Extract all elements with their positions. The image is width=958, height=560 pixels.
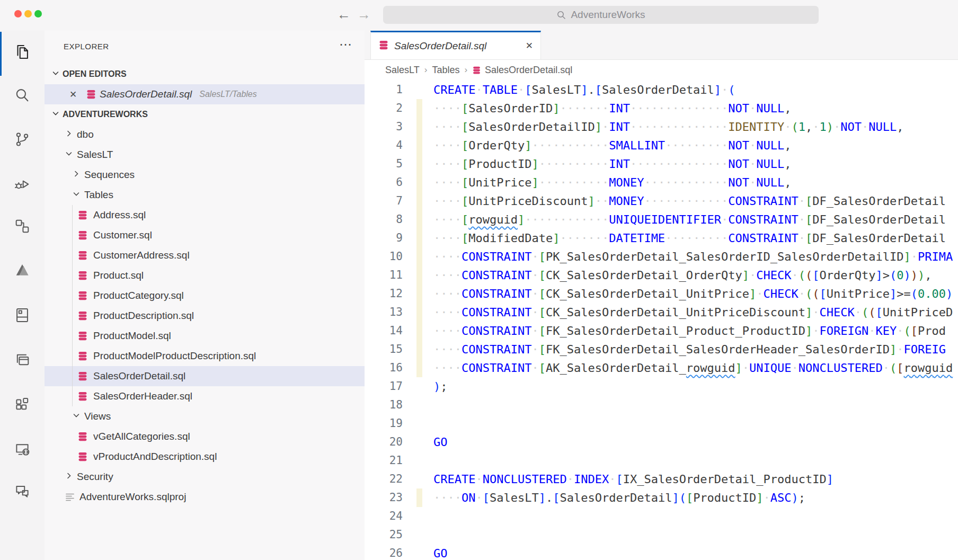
chevron-down-icon <box>72 190 81 200</box>
code-line-4[interactable]: 4····[OrderQty]···········SMALLINT······… <box>365 136 958 155</box>
search-icon[interactable] <box>13 86 31 104</box>
tree-item-adventureworks-sqlproj[interactable]: AdventureWorks.sqlproj <box>45 487 365 507</box>
more-actions-button[interactable]: ⋯ <box>339 37 353 52</box>
line-number: 13 <box>365 303 403 322</box>
code-line-1[interactable]: 1CREATE·TABLE·[SalesLT].[SalesOrderDetai… <box>365 81 958 99</box>
tab-salesorderdetail[interactable]: SalesOrderDetail.sql ✕ <box>370 31 541 59</box>
database-icon <box>77 391 88 402</box>
tree-item-dbo[interactable]: dbo <box>45 125 365 145</box>
line-number: 8 <box>365 210 403 229</box>
line-number: 4 <box>365 136 403 155</box>
tree-item-tables[interactable]: Tables <box>45 185 365 205</box>
code-line-16[interactable]: 16····CONSTRAINT·[AK_SalesOrderDetail_ro… <box>365 359 958 377</box>
code-line-26[interactable]: 26GO <box>365 544 958 560</box>
section-open-editors[interactable]: OPEN EDITORS <box>45 64 365 84</box>
tree-item-vgetallcategories-sql[interactable]: vGetAllCategories.sql <box>45 426 365 447</box>
command-center-search[interactable]: AdventureWorks <box>383 6 819 24</box>
code-line-20[interactable]: 20GO <box>365 433 958 451</box>
code-line-13[interactable]: 13····CONSTRAINT·[CK_SalesOrderDetail_Un… <box>365 303 958 322</box>
code-line-15[interactable]: 15····CONSTRAINT·[FK_SalesOrderDetail_Sa… <box>365 340 958 359</box>
tree-item-views[interactable]: Views <box>45 406 365 426</box>
comments-icon[interactable] <box>13 483 31 501</box>
database-icon <box>77 331 88 341</box>
tree-item-product-sql[interactable]: Product.sql <box>45 265 365 286</box>
line-number: 25 <box>365 526 403 544</box>
code-line-12[interactable]: 12····CONSTRAINT·[CK_SalesOrderDetail_Un… <box>365 285 958 303</box>
minimize-window-button[interactable] <box>24 10 32 17</box>
tree-item-productmodelproductdescription-sql[interactable]: ProductModelProductDescription.sql <box>45 346 365 366</box>
extensions-icon[interactable] <box>13 395 31 413</box>
line-number: 19 <box>365 414 403 433</box>
code-line-2[interactable]: 2····[SalesOrderID]·······INT···········… <box>365 99 958 118</box>
tree-item-customeraddress-sql[interactable]: CustomerAddress.sql <box>45 245 365 265</box>
code-line-10[interactable]: 10····CONSTRAINT·[PK_SalesOrderDetail_Sa… <box>365 247 958 266</box>
code-line-19[interactable]: 19 <box>365 414 958 433</box>
code-line-25[interactable]: 25 <box>365 526 958 544</box>
connections-icon[interactable] <box>13 217 31 235</box>
open-editor-path: SalesLT/Tables <box>199 90 257 99</box>
database-projects-icon[interactable] <box>13 306 31 324</box>
breadcrumb-item-saleslt[interactable]: SalesLT <box>385 65 420 76</box>
line-number: 26 <box>365 544 403 560</box>
source-control-icon[interactable] <box>13 130 31 148</box>
navigate-back-button[interactable]: ← <box>335 5 353 24</box>
database-icon <box>77 431 88 442</box>
tree-item-customer-sql[interactable]: Customer.sql <box>45 225 365 245</box>
code-line-7[interactable]: 7····[UnitPriceDiscount]··MONEY·········… <box>365 192 958 210</box>
code-line-5[interactable]: 5····[ProductID]··········INT···········… <box>365 155 958 173</box>
breadcrumb: SalesLT›Tables›SalesOrderDetail.sql <box>365 59 958 81</box>
code-line-23[interactable]: 23····ON·[SalesLT].[SalesOrderDetail]([P… <box>365 488 958 507</box>
tree-item-productmodel-sql[interactable]: ProductModel.sql <box>45 326 365 346</box>
line-number: 22 <box>365 470 403 488</box>
code-line-21[interactable]: 21 <box>365 451 958 470</box>
tree-item-vproductanddescription-sql[interactable]: vProductAndDescription.sql <box>45 447 365 467</box>
section-adventureworks[interactable]: ADVENTUREWORKS <box>45 104 365 125</box>
code-line-24[interactable]: 24 <box>365 507 958 526</box>
zoom-window-button[interactable] <box>34 10 42 17</box>
remote-explorer-icon[interactable] <box>13 440 31 458</box>
run-debug-icon[interactable] <box>13 175 31 193</box>
code-line-18[interactable]: 18 <box>365 396 958 414</box>
code-line-14[interactable]: 14····CONSTRAINT·[FK_SalesOrderDetail_Pr… <box>365 322 958 340</box>
code-line-17[interactable]: 17); <box>365 377 958 396</box>
tree-item-productdescription-sql[interactable]: ProductDescription.sql <box>45 306 365 326</box>
code-line-9[interactable]: 9····[ModifiedDate]·······DATETIME······… <box>365 229 958 247</box>
code-line-content: ····CONSTRAINT·[PK_SalesOrderDetail_Sale… <box>403 247 953 266</box>
tree-item-salesorderdetail-sql[interactable]: SalesOrderDetail.sql <box>45 366 365 386</box>
tree-item-productcategory-sql[interactable]: ProductCategory.sql <box>45 286 365 306</box>
explorer-sidebar: EXPLORER ⋯ OPEN EDITORS✕ SalesOrderDetai… <box>45 31 365 560</box>
tree-item-saleslt[interactable]: SalesLT <box>45 145 365 165</box>
windows-icon[interactable] <box>13 351 31 369</box>
breadcrumb-item-salesorderdetail-sql[interactable]: SalesOrderDetail.sql <box>472 65 572 76</box>
tree-item-label: ProductModelProductDescription.sql <box>93 350 256 362</box>
database-icon <box>77 230 88 241</box>
tree-item-address-sql[interactable]: Address.sql <box>45 205 365 225</box>
azure-icon[interactable] <box>13 261 31 279</box>
code-editor[interactable]: 1CREATE·TABLE·[SalesLT].[SalesOrderDetai… <box>365 81 958 560</box>
code-line-22[interactable]: 22CREATE·NONCLUSTERED·INDEX·[IX_SalesOrd… <box>365 470 958 488</box>
open-editor-item[interactable]: ✕ SalesOrderDetail.sql SalesLT/Tables <box>45 84 365 104</box>
code-line-6[interactable]: 6····[UnitPrice]··········MONEY·········… <box>365 173 958 192</box>
files-icon[interactable] <box>13 43 31 61</box>
database-icon <box>77 371 88 381</box>
close-tab-button[interactable]: ✕ <box>526 40 533 51</box>
code-line-content: ····[UnitPrice]··········MONEY··········… <box>403 173 792 192</box>
navigate-forward-button[interactable]: → <box>355 5 373 24</box>
tree-item-sequences[interactable]: Sequences <box>45 165 365 185</box>
tree-item-label: CustomerAddress.sql <box>93 250 190 261</box>
chevron-right-icon <box>65 472 73 482</box>
breadcrumb-item-tables[interactable]: Tables <box>432 65 459 76</box>
tree-item-label: SalesOrderDetail.sql <box>93 370 185 382</box>
database-icon <box>77 290 88 301</box>
tree-item-security[interactable]: Security <box>45 467 365 487</box>
close-editor-button[interactable]: ✕ <box>68 89 78 100</box>
code-line-11[interactable]: 11····CONSTRAINT·[CK_SalesOrderDetail_Or… <box>365 266 958 285</box>
code-line-content: ····ON·[SalesLT].[SalesOrderDetail]([Pro… <box>403 488 805 507</box>
chevron-down-icon <box>51 69 60 79</box>
database-icon <box>77 351 88 361</box>
code-line-3[interactable]: 3····[SalesOrderDetailID]·INT···········… <box>365 118 958 136</box>
tree-item-salesorderheader-sql[interactable]: SalesOrderHeader.sql <box>45 386 365 406</box>
close-window-button[interactable] <box>14 10 22 17</box>
code-line-content: CREATE·TABLE·[SalesLT].[SalesOrderDetail… <box>403 81 735 99</box>
code-line-8[interactable]: 8····[rowguid]············UNIQUEIDENTIFI… <box>365 210 958 229</box>
